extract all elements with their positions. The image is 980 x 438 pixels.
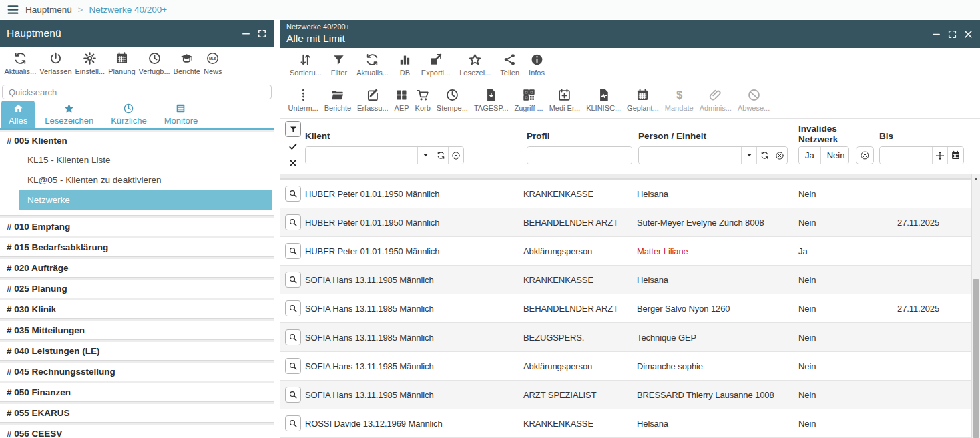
scroll-up-icon[interactable]: [973, 176, 979, 182]
klient-refresh-button[interactable]: [433, 147, 448, 164]
breadcrumb-current[interactable]: Netzwerke 40/200+: [89, 5, 167, 15]
toolbar-item-erfassu[interactable]: Erfassu...: [354, 88, 391, 112]
table-row[interactable]: SOFIA Hans 13.11.1985 MännlichAbklärungs…: [280, 352, 971, 381]
menu-section-#-020-aufträge[interactable]: # 020 Aufträge: [0, 259, 274, 277]
toolbar-item-filter[interactable]: Filter: [326, 53, 352, 77]
menu-section-#-025-planung[interactable]: # 025 Planung: [0, 280, 274, 298]
maximize-icon[interactable]: [257, 29, 267, 39]
menu-section-#-056-ceesv[interactable]: # 056 CEESV: [0, 425, 274, 438]
toolbar-item-news[interactable]: MLSNews: [202, 51, 224, 75]
row-details-button[interactable]: [285, 214, 301, 230]
tab-monitore[interactable]: Monitore: [157, 101, 206, 128]
invalides-ja-button[interactable]: Ja: [799, 147, 820, 164]
hamburger-menu-icon[interactable]: [7, 3, 19, 16]
tab-alles[interactable]: Alles: [1, 101, 35, 128]
maximize-icon[interactable]: [947, 29, 957, 39]
toolbar-item-klinisc[interactable]: KLINISC...: [583, 88, 624, 112]
tab-lesezeichen[interactable]: Lesezeichen: [37, 101, 101, 128]
toolbar-item-sortieru[interactable]: Sortieru...: [285, 53, 326, 77]
toolbar-item-aktualis[interactable]: Aktualis...: [3, 51, 38, 75]
toolbar-item-berichte[interactable]: Berichte: [172, 51, 202, 75]
menu-section-#-050-finanzen[interactable]: # 050 Finanzen: [0, 383, 274, 401]
table-row[interactable]: HUBER Peter 01.01.1950 MännlichAbklärung…: [280, 237, 971, 266]
menu-section-#-030-klinik[interactable]: # 030 Klinik: [0, 300, 274, 318]
bis-calendar-button[interactable]: [947, 147, 963, 164]
cell-klient: SOFIA Hans 13.11.1985 Männlich: [305, 333, 523, 343]
toolbar-item-verlassen[interactable]: Verlassen: [38, 51, 73, 75]
toolbar-item-verfügb[interactable]: Verfügb...: [137, 51, 172, 75]
minimize-icon[interactable]: [931, 29, 941, 39]
menu-section-#-010-empfang[interactable]: # 010 Empfang: [0, 218, 274, 236]
table-row[interactable]: SOFIA Hans 13.11.1985 MännlichBEZUGSPERS…: [280, 323, 971, 352]
toolbar-item-medi-er[interactable]: Medi Er...: [546, 88, 583, 112]
toolbar-item-berichte[interactable]: Berichte: [321, 88, 354, 112]
bis-filter-input[interactable]: [880, 147, 932, 164]
klient-clear-button[interactable]: [448, 147, 463, 164]
row-details-button[interactable]: [285, 272, 301, 288]
toolbar-item-lesezei[interactable]: Lesezei...: [455, 53, 495, 77]
invalides-clear-button[interactable]: [856, 146, 874, 164]
row-details-button[interactable]: [285, 415, 301, 431]
person-refresh-button[interactable]: [756, 147, 772, 164]
toolbar-item-aktualis[interactable]: Aktualis...: [352, 53, 393, 77]
person-dropdown-button[interactable]: [741, 147, 756, 164]
toolbar-item-tagesp[interactable]: TAGESP...: [471, 88, 511, 112]
bis-move-button[interactable]: [932, 147, 947, 164]
apply-filter-button[interactable]: [285, 121, 301, 137]
toolbar-item-korb[interactable]: Korb: [412, 88, 433, 112]
table-row[interactable]: HUBER Peter 01.01.1950 MännlichKRANKENKA…: [280, 180, 971, 208]
toolbar-item-db[interactable]: DB: [393, 53, 417, 77]
vertical-scrollbar[interactable]: [971, 174, 980, 438]
row-details-button[interactable]: [285, 300, 301, 316]
menu-item-kl@05-klienten-zu-deaktivieren[interactable]: KL@05 - Klienten zu deaktivieren: [19, 170, 272, 190]
row-details-button[interactable]: [285, 243, 301, 259]
table-row[interactable]: SOFIA Hans 13.11.1985 MännlichBEHANDELND…: [280, 294, 971, 323]
close-icon[interactable]: [963, 29, 973, 39]
scrollbar-thumb[interactable]: [973, 279, 979, 438]
table-row[interactable]: HUBER Peter 01.01.1950 MännlichBEHANDELN…: [280, 208, 971, 237]
invalides-nein-button[interactable]: Nein: [820, 147, 849, 164]
row-details-button[interactable]: [285, 329, 301, 345]
quicksearch-input[interactable]: [2, 85, 272, 99]
cell-invalides-netzwerk: Nein: [798, 361, 897, 371]
toolbar-item-label: Abwese...: [738, 104, 770, 112]
klient-filter-input[interactable]: [306, 147, 417, 164]
horizontal-scrollbar[interactable]: [280, 174, 971, 179]
person-clear-button[interactable]: [772, 147, 787, 164]
toolbar-item-geplant[interactable]: Geplant...: [624, 88, 662, 112]
table-row[interactable]: ROSSI Davide 13.12.1969 MännlichKRANKENK…: [280, 409, 971, 438]
toolbar-item-unterm[interactable]: Unterm...: [285, 88, 321, 112]
menu-item-netzwerke[interactable]: Netzwerke: [19, 190, 272, 210]
menu-section-#-005-klienten[interactable]: # 005 Klienten: [0, 132, 274, 150]
toolbar-item-aep[interactable]: AEP: [391, 88, 412, 112]
toolbar-item-zugriff[interactable]: Zugriff ...: [511, 88, 546, 112]
row-details-button[interactable]: [285, 358, 301, 374]
toolbar-item-label: TAGESP...: [474, 104, 509, 112]
menu-section-#-040-leistungen-le[interactable]: # 040 Leistungen (LE): [0, 342, 274, 360]
row-details-button[interactable]: [285, 186, 301, 202]
toolbar-item-planung[interactable]: Planung: [107, 51, 137, 75]
minimize-icon[interactable]: [241, 29, 251, 39]
profil-filter-input[interactable]: [527, 147, 632, 164]
confirm-filter-button[interactable]: [285, 138, 301, 154]
tab-kürzliche[interactable]: Kürzliche: [103, 101, 154, 128]
klient-dropdown-button[interactable]: [417, 147, 433, 164]
menu-item-kl15-klienten-liste[interactable]: KL15 - Klienten Liste: [19, 150, 272, 170]
clear-filter-button[interactable]: [285, 155, 301, 170]
row-details-button[interactable]: [285, 387, 301, 403]
person-filter-input[interactable]: [639, 147, 741, 164]
menu-section-#-035-mitteilungen[interactable]: # 035 Mitteilungen: [0, 321, 274, 339]
toolbar-item-einstell[interactable]: Einstell...: [73, 51, 107, 75]
menu-section-#-055-ekarus[interactable]: # 055 EKARUS: [0, 404, 274, 422]
table-row[interactable]: SOFIA Hans 13.11.1985 MännlichKRANKENKAS…: [280, 266, 971, 294]
toolbar-item-exporti[interactable]: Exporti...: [417, 53, 455, 77]
toolbar-item-label: Lesezei...: [459, 69, 491, 77]
breadcrumb-root[interactable]: Hauptmenü: [25, 5, 72, 15]
menu-section-#-045-rechnungsstellung[interactable]: # 045 Rechnungsstellung: [0, 363, 274, 381]
toolbar-item-label: Berichte: [324, 104, 351, 112]
toolbar-item-infos[interactable]: Infos: [524, 53, 549, 77]
table-row[interactable]: SOFIA Hans 13.11.1985 MännlichARZT SPEZI…: [280, 381, 971, 409]
menu-section-#-015-bedarfsabklärung[interactable]: # 015 Bedarfsabklärung: [0, 238, 274, 256]
toolbar-item-stempe[interactable]: Stempe...: [433, 88, 471, 112]
toolbar-item-teilen[interactable]: Teilen: [495, 53, 524, 77]
